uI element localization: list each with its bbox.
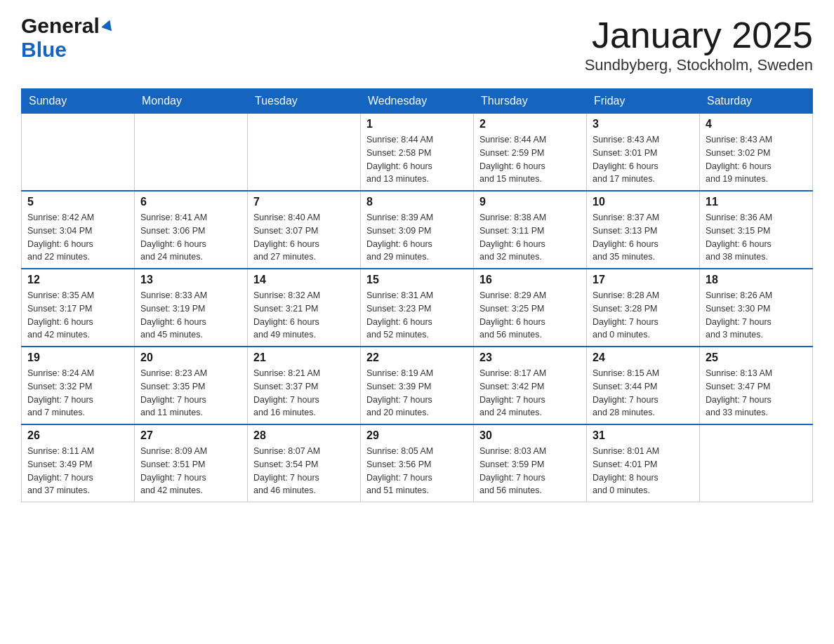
col-friday: Friday	[587, 89, 700, 114]
table-row: 25Sunrise: 8:13 AM Sunset: 3:47 PM Dayli…	[700, 347, 813, 424]
table-row: 8Sunrise: 8:39 AM Sunset: 3:09 PM Daylig…	[361, 191, 474, 269]
day-number: 26	[27, 429, 128, 442]
day-info: Sunrise: 8:09 AM Sunset: 3:51 PM Dayligh…	[140, 445, 241, 497]
day-number: 31	[593, 429, 694, 442]
day-number: 19	[27, 351, 128, 364]
table-row: 9Sunrise: 8:38 AM Sunset: 3:11 PM Daylig…	[474, 191, 587, 269]
day-number: 23	[479, 351, 581, 364]
table-row: 3Sunrise: 8:43 AM Sunset: 3:01 PM Daylig…	[587, 114, 700, 192]
day-info: Sunrise: 8:23 AM Sunset: 3:35 PM Dayligh…	[140, 367, 241, 420]
day-info: Sunrise: 8:24 AM Sunset: 3:32 PM Dayligh…	[27, 367, 128, 420]
day-info: Sunrise: 8:38 AM Sunset: 3:11 PM Dayligh…	[479, 211, 581, 264]
table-row: 28Sunrise: 8:07 AM Sunset: 3:54 PM Dayli…	[248, 424, 361, 502]
calendar-header-row: Sunday Monday Tuesday Wednesday Thursday…	[22, 89, 813, 114]
day-info: Sunrise: 8:32 AM Sunset: 3:21 PM Dayligh…	[253, 289, 355, 342]
day-info: Sunrise: 8:44 AM Sunset: 2:59 PM Dayligh…	[479, 133, 581, 186]
col-thursday: Thursday	[474, 89, 587, 114]
day-number: 8	[366, 196, 468, 208]
day-info: Sunrise: 8:39 AM Sunset: 3:09 PM Dayligh…	[366, 211, 468, 264]
day-info: Sunrise: 8:41 AM Sunset: 3:06 PM Dayligh…	[140, 211, 241, 264]
day-info: Sunrise: 8:29 AM Sunset: 3:25 PM Dayligh…	[479, 289, 581, 342]
svg-marker-0	[102, 18, 114, 31]
calendar-week-row: 12Sunrise: 8:35 AM Sunset: 3:17 PM Dayli…	[22, 269, 813, 347]
table-row: 19Sunrise: 8:24 AM Sunset: 3:32 PM Dayli…	[22, 347, 135, 424]
location: Sundbyberg, Stockholm, Sweden	[585, 56, 813, 74]
day-info: Sunrise: 8:21 AM Sunset: 3:37 PM Dayligh…	[253, 367, 355, 420]
day-info: Sunrise: 8:13 AM Sunset: 3:47 PM Dayligh…	[706, 367, 807, 420]
table-row: 29Sunrise: 8:05 AM Sunset: 3:56 PM Dayli…	[361, 424, 474, 502]
table-row: 5Sunrise: 8:42 AM Sunset: 3:04 PM Daylig…	[22, 191, 135, 269]
day-info: Sunrise: 8:07 AM Sunset: 3:54 PM Dayligh…	[253, 445, 355, 497]
day-number: 20	[140, 351, 241, 364]
day-number: 25	[706, 351, 807, 364]
day-number: 13	[140, 274, 241, 286]
col-wednesday: Wednesday	[361, 89, 474, 114]
calendar-week-row: 26Sunrise: 8:11 AM Sunset: 3:49 PM Dayli…	[22, 424, 813, 502]
table-row: 17Sunrise: 8:28 AM Sunset: 3:28 PM Dayli…	[587, 269, 700, 347]
table-row: 31Sunrise: 8:01 AM Sunset: 4:01 PM Dayli…	[587, 424, 700, 502]
day-info: Sunrise: 8:36 AM Sunset: 3:15 PM Dayligh…	[706, 211, 807, 264]
day-number: 14	[253, 274, 355, 286]
day-number: 15	[366, 274, 468, 286]
col-saturday: Saturday	[700, 89, 813, 114]
page-header: General Blue January 2025 Sundbyberg, St…	[21, 14, 813, 74]
day-number: 11	[706, 196, 807, 208]
day-info: Sunrise: 8:03 AM Sunset: 3:59 PM Dayligh…	[479, 445, 581, 497]
day-number: 2	[479, 118, 581, 130]
day-number: 18	[706, 274, 807, 286]
day-number: 10	[593, 196, 694, 208]
day-number: 28	[253, 429, 355, 442]
calendar-week-row: 1Sunrise: 8:44 AM Sunset: 2:58 PM Daylig…	[22, 114, 813, 192]
day-info: Sunrise: 8:11 AM Sunset: 3:49 PM Dayligh…	[27, 445, 128, 497]
day-info: Sunrise: 8:15 AM Sunset: 3:44 PM Dayligh…	[593, 367, 694, 420]
logo-blue-text: Blue	[21, 38, 67, 62]
day-number: 30	[479, 429, 581, 442]
table-row: 27Sunrise: 8:09 AM Sunset: 3:51 PM Dayli…	[135, 424, 248, 502]
table-row: 30Sunrise: 8:03 AM Sunset: 3:59 PM Dayli…	[474, 424, 587, 502]
table-row: 1Sunrise: 8:44 AM Sunset: 2:58 PM Daylig…	[361, 114, 474, 192]
table-row	[248, 114, 361, 192]
day-number: 21	[253, 351, 355, 364]
col-tuesday: Tuesday	[248, 89, 361, 114]
table-row	[22, 114, 135, 192]
day-info: Sunrise: 8:31 AM Sunset: 3:23 PM Dayligh…	[366, 289, 468, 342]
day-number: 29	[366, 429, 468, 442]
table-row: 12Sunrise: 8:35 AM Sunset: 3:17 PM Dayli…	[22, 269, 135, 347]
calendar-table: Sunday Monday Tuesday Wednesday Thursday…	[21, 88, 813, 502]
day-number: 24	[593, 351, 694, 364]
col-sunday: Sunday	[22, 89, 135, 114]
day-number: 6	[140, 196, 241, 208]
day-number: 22	[366, 351, 468, 364]
table-row: 7Sunrise: 8:40 AM Sunset: 3:07 PM Daylig…	[248, 191, 361, 269]
col-monday: Monday	[135, 89, 248, 114]
title-section: January 2025 Sundbyberg, Stockholm, Swed…	[585, 14, 813, 74]
table-row: 10Sunrise: 8:37 AM Sunset: 3:13 PM Dayli…	[587, 191, 700, 269]
day-info: Sunrise: 8:05 AM Sunset: 3:56 PM Dayligh…	[366, 445, 468, 497]
day-number: 17	[593, 274, 694, 286]
day-info: Sunrise: 8:43 AM Sunset: 3:02 PM Dayligh…	[706, 133, 807, 186]
day-info: Sunrise: 8:17 AM Sunset: 3:42 PM Dayligh…	[479, 367, 581, 420]
day-info: Sunrise: 8:19 AM Sunset: 3:39 PM Dayligh…	[366, 367, 468, 420]
table-row: 18Sunrise: 8:26 AM Sunset: 3:30 PM Dayli…	[700, 269, 813, 347]
table-row: 16Sunrise: 8:29 AM Sunset: 3:25 PM Dayli…	[474, 269, 587, 347]
day-info: Sunrise: 8:42 AM Sunset: 3:04 PM Dayligh…	[27, 211, 128, 264]
day-info: Sunrise: 8:01 AM Sunset: 4:01 PM Dayligh…	[593, 445, 694, 497]
day-number: 9	[479, 196, 581, 208]
day-info: Sunrise: 8:26 AM Sunset: 3:30 PM Dayligh…	[706, 289, 807, 342]
day-info: Sunrise: 8:37 AM Sunset: 3:13 PM Dayligh…	[593, 211, 694, 264]
calendar-week-row: 5Sunrise: 8:42 AM Sunset: 3:04 PM Daylig…	[22, 191, 813, 269]
table-row: 11Sunrise: 8:36 AM Sunset: 3:15 PM Dayli…	[700, 191, 813, 269]
day-number: 16	[479, 274, 581, 286]
table-row: 24Sunrise: 8:15 AM Sunset: 3:44 PM Dayli…	[587, 347, 700, 424]
day-info: Sunrise: 8:28 AM Sunset: 3:28 PM Dayligh…	[593, 289, 694, 342]
table-row	[700, 424, 813, 502]
day-number: 7	[253, 196, 355, 208]
day-number: 5	[27, 196, 128, 208]
table-row: 20Sunrise: 8:23 AM Sunset: 3:35 PM Dayli…	[135, 347, 248, 424]
table-row: 2Sunrise: 8:44 AM Sunset: 2:59 PM Daylig…	[474, 114, 587, 192]
month-title: January 2025	[585, 14, 813, 56]
table-row: 26Sunrise: 8:11 AM Sunset: 3:49 PM Dayli…	[22, 424, 135, 502]
table-row: 14Sunrise: 8:32 AM Sunset: 3:21 PM Dayli…	[248, 269, 361, 347]
table-row: 15Sunrise: 8:31 AM Sunset: 3:23 PM Dayli…	[361, 269, 474, 347]
logo-general-text: General	[21, 14, 100, 38]
